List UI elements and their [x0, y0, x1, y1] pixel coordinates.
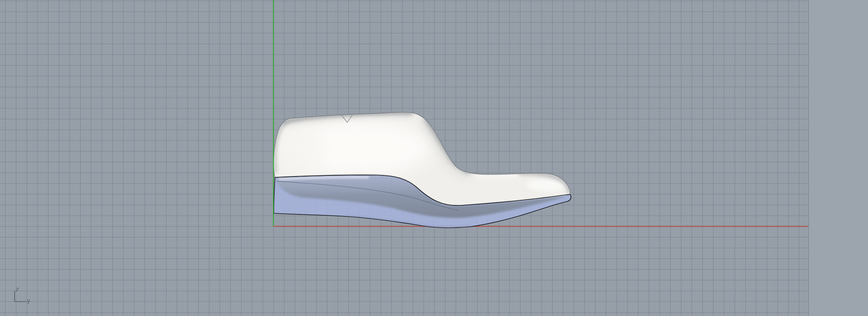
- shoe-model: [273, 112, 571, 228]
- gizmo-y-label: y: [27, 297, 30, 304]
- viewport-canvas[interactable]: z y: [0, 0, 868, 316]
- cad-viewport[interactable]: z y: [0, 0, 868, 316]
- gizmo-z-label: z: [16, 286, 19, 292]
- axis-gizmo: z y: [15, 286, 30, 304]
